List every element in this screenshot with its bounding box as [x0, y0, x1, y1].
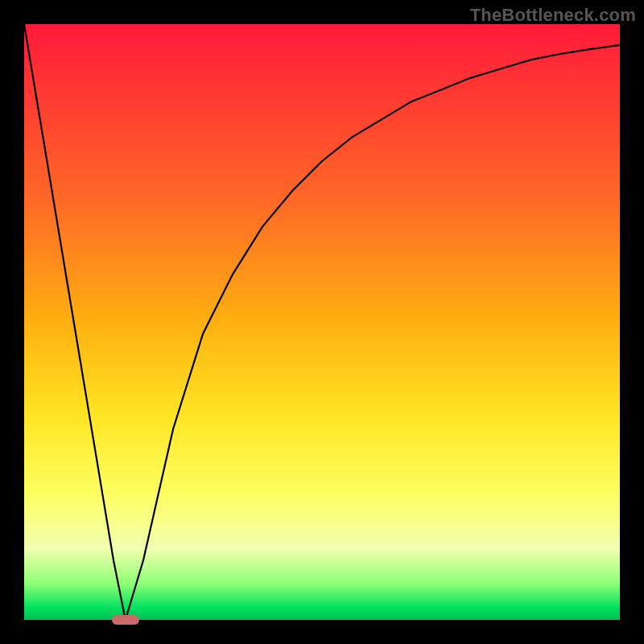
bottleneck-curve [24, 24, 620, 620]
chart-frame: TheBottleneck.com [0, 0, 644, 644]
plot-area [24, 24, 620, 620]
watermark-text: TheBottleneck.com [470, 5, 636, 26]
curve-layer [24, 24, 620, 620]
optimum-marker [112, 615, 139, 625]
